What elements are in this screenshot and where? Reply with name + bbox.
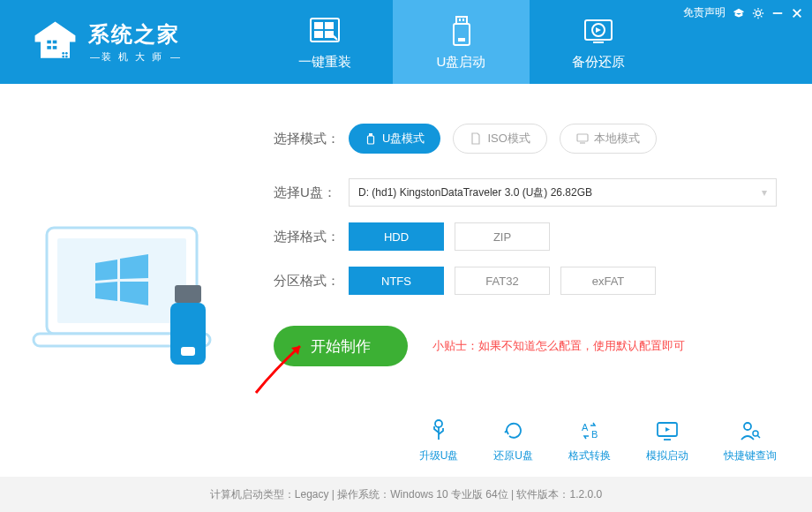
app-title: 系统之家 (88, 20, 182, 49)
chevron-down-icon: ▾ (762, 186, 767, 199)
svg-point-35 (435, 420, 442, 427)
svg-rect-28 (175, 285, 201, 303)
restore-icon (501, 418, 526, 443)
svg-rect-9 (314, 22, 323, 29)
svg-rect-1 (53, 41, 57, 44)
close-icon[interactable] (791, 7, 803, 19)
format-zip-button[interactable]: ZIP (455, 222, 550, 251)
tab-label: 备份还原 (572, 54, 625, 71)
svg-point-6 (62, 56, 64, 58)
usb-icon (365, 132, 377, 145)
format-label: 选择格式： (274, 229, 349, 245)
mode-iso-button[interactable]: ISO模式 (453, 124, 546, 154)
tab-backup[interactable]: 备份还原 (530, 0, 666, 84)
monitor-icon (576, 132, 589, 145)
settings-icon[interactable] (752, 7, 764, 19)
svg-line-43 (757, 435, 760, 438)
svg-rect-16 (454, 24, 470, 45)
svg-point-4 (62, 52, 64, 55)
simulate-boot-button[interactable]: 模拟启动 (646, 418, 688, 463)
iso-file-icon (470, 132, 482, 145)
graduation-icon[interactable] (733, 7, 745, 19)
svg-rect-17 (458, 38, 465, 41)
svg-rect-30 (181, 347, 195, 356)
tab-usb-boot[interactable]: U盘启动 (393, 0, 530, 84)
monitor-play-icon (655, 418, 680, 443)
svg-rect-32 (368, 136, 374, 144)
tab-reinstall[interactable]: 一键重装 (256, 0, 393, 84)
udisk-select[interactable]: D: (hd1) KingstonDataTraveler 3.0 (U盘) 2… (349, 178, 777, 207)
partition-label: 分区格式： (274, 273, 349, 290)
minimize-icon[interactable] (771, 7, 784, 19)
status-bar: 计算机启动类型：Legacy | 操作系统：Windows 10 专业版 64位… (0, 477, 812, 512)
svg-rect-26 (57, 238, 186, 323)
svg-rect-2 (47, 46, 51, 49)
svg-point-21 (756, 11, 760, 15)
usb-drive-icon (444, 13, 479, 49)
app-subtitle: 装机大师 (88, 50, 182, 64)
partition-fat32-button[interactable]: FAT32 (455, 267, 550, 295)
mode-usb-button[interactable]: U盘模式 (349, 124, 440, 154)
svg-point-41 (744, 423, 751, 430)
partition-exfat-button[interactable]: exFAT (560, 267, 656, 295)
person-search-icon (738, 418, 763, 443)
partition-ntfs-button[interactable]: NTFS (349, 267, 444, 295)
svg-rect-33 (577, 134, 588, 141)
svg-rect-14 (459, 19, 461, 21)
restore-usb-button[interactable]: 还原U盘 (493, 418, 533, 463)
svg-rect-15 (462, 19, 464, 21)
svg-rect-13 (456, 17, 467, 24)
laptop-usb-illustration (29, 201, 232, 395)
svg-rect-11 (314, 31, 323, 38)
format-hdd-button[interactable]: HDD (349, 222, 444, 251)
tip-text: 小贴士：如果不知道怎么配置，使用默认配置即可 (432, 338, 685, 354)
upgrade-usb-button[interactable]: 升级U盘 (419, 418, 459, 463)
usb-upgrade-icon (426, 418, 451, 443)
windows-install-icon (307, 13, 342, 49)
svg-point-7 (65, 56, 68, 58)
svg-text:B: B (591, 429, 598, 440)
format-convert-button[interactable]: AB 格式转换 (568, 418, 611, 463)
svg-point-5 (65, 52, 68, 55)
disclaimer-link[interactable]: 免责声明 (683, 5, 726, 20)
hotkey-query-button[interactable]: 快捷键查询 (724, 418, 777, 463)
svg-rect-3 (53, 46, 57, 49)
convert-icon: AB (577, 418, 602, 443)
udisk-label: 选择U盘： (274, 184, 349, 201)
svg-rect-10 (325, 22, 334, 29)
backup-restore-icon (581, 13, 616, 49)
tab-label: U盘启动 (437, 54, 486, 71)
svg-rect-0 (47, 41, 51, 44)
start-button[interactable]: 开始制作 (274, 326, 408, 366)
udisk-value: D: (hd1) KingstonDataTraveler 3.0 (U盘) 2… (358, 185, 592, 200)
svg-text:A: A (582, 422, 589, 433)
tab-label: 一键重装 (298, 54, 351, 71)
logo-icon (31, 18, 79, 66)
mode-label: 选择模式： (274, 131, 349, 147)
logo: 系统之家 装机大师 (0, 0, 256, 84)
mode-local-button[interactable]: 本地模式 (560, 124, 657, 154)
